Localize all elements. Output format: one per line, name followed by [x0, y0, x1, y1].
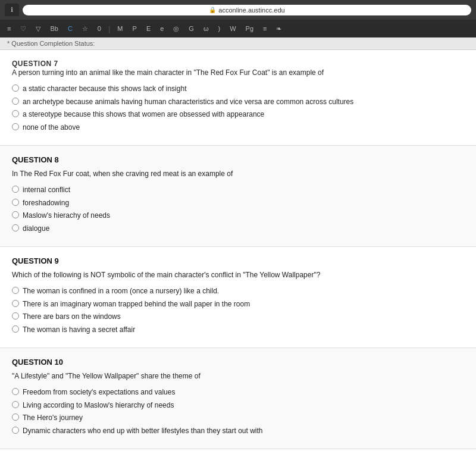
toolbar-w[interactable]: W	[227, 24, 238, 33]
q8-option-1[interactable]: internal conflict	[12, 185, 464, 195]
q8-option-2[interactable]: foreshadowing	[12, 198, 464, 208]
toolbar-e2[interactable]: e	[158, 24, 166, 33]
toolbar-pg[interactable]: Pg	[243, 24, 256, 33]
q10-radio-4[interactable]	[12, 427, 19, 434]
q8-header: QUESTION 8	[12, 155, 464, 164]
toolbar-circle[interactable]: ◎	[171, 24, 181, 34]
toolbar-zero[interactable]: 0	[95, 24, 104, 33]
q10-option-3[interactable]: The Hero's journey	[12, 413, 464, 423]
q9-label-3: There are bars on the windows	[23, 312, 121, 322]
toolbar-g[interactable]: G	[186, 24, 196, 33]
q10-radio-3[interactable]	[12, 414, 19, 421]
browser-chrome: ℹ 🔒 acconline.austincc.edu	[0, 0, 476, 20]
q7-option-3[interactable]: a stereotype because this shows that wom…	[12, 109, 464, 120]
page-content: * Question Completion Status: QUESTION 7…	[0, 37, 476, 476]
q8-radio-2[interactable]	[12, 199, 19, 206]
tab-icon: ℹ	[11, 6, 13, 13]
q10-option-4[interactable]: Dynamic characters who end up with bette…	[12, 426, 464, 436]
q8-radio-3[interactable]	[12, 211, 19, 218]
q7-radio-4[interactable]	[12, 123, 19, 130]
q8-option-4[interactable]: dialogue	[12, 224, 464, 234]
q9-text: Which of the following is NOT symbolic o…	[12, 270, 464, 280]
q10-label-2: Living according to Maslow's hierarchy o…	[23, 400, 174, 411]
status-bar: * Question Completion Status:	[0, 37, 476, 50]
lock-icon: 🔒	[209, 7, 216, 13]
toolbar-sep1: |	[108, 24, 110, 33]
toolbar-m[interactable]: M	[115, 24, 125, 33]
q9-radio-3[interactable]	[12, 312, 19, 320]
q8-radio-1[interactable]	[12, 186, 19, 193]
browser-tab[interactable]: ℹ	[5, 4, 19, 16]
q10-label-1: Freedom from society's expectations and …	[23, 387, 175, 397]
q10-label-4: Dynamic characters who end up with bette…	[23, 426, 263, 436]
q8-radio-4[interactable]	[12, 224, 19, 231]
q9-option-3[interactable]: There are bars on the windows	[12, 312, 464, 322]
toolbar-menu[interactable]: ≡	[5, 24, 13, 33]
q9-label-1: The woman is confined in a room (once a …	[23, 286, 219, 296]
q9-radio-2[interactable]	[12, 300, 19, 307]
question-7-block: QUESTION 7 A person turning into an anim…	[0, 50, 476, 146]
toolbar-paren[interactable]: )	[216, 24, 223, 33]
q7-label-3: a stereotype because this shows that wom…	[23, 109, 264, 120]
q9-option-2[interactable]: There is an imaginary woman trapped behi…	[12, 299, 464, 309]
q8-label-3: Maslow's hierachy of needs	[23, 211, 110, 221]
toolbar-p[interactable]: P	[130, 24, 139, 33]
q9-label-2: There is an imaginary woman trapped behi…	[23, 299, 250, 309]
q7-option-1[interactable]: a static character because this shows la…	[12, 84, 464, 94]
toolbar-e[interactable]: E	[144, 24, 153, 33]
q9-radio-4[interactable]	[12, 325, 19, 333]
q9-label-4: The woman is having a secret affair	[23, 325, 135, 335]
question-9-block: QUESTION 9 Which of the following is NOT…	[0, 247, 476, 348]
q7-text: A person turning into an animal like the…	[12, 68, 464, 78]
q10-option-1[interactable]: Freedom from society's expectations and …	[12, 387, 464, 397]
q7-label-4: none of the above	[23, 123, 80, 133]
q10-text: "A Lifestyle" and "The Yellow Wallpaper"…	[12, 371, 464, 381]
q7-radio-3[interactable]	[12, 110, 19, 117]
q9-header: QUESTION 9	[12, 256, 464, 265]
q8-option-3[interactable]: Maslow's hierachy of needs	[12, 211, 464, 221]
q9-radio-1[interactable]	[12, 287, 19, 294]
address-bar[interactable]: 🔒 acconline.austincc.edu	[23, 5, 471, 15]
toolbar-star[interactable]: ☆	[80, 24, 90, 34]
toolbar-omega[interactable]: ω	[201, 24, 211, 33]
q7-label-1: a static character because this shows la…	[23, 84, 186, 94]
question-8-block: QUESTION 8 In The Red Fox Fur coat, when…	[0, 146, 476, 247]
q7-radio-1[interactable]	[12, 84, 19, 92]
url-text: acconline.austincc.edu	[218, 7, 284, 14]
q7-header: QUESTION 7	[12, 60, 464, 68]
toolbar-heart[interactable]: ♡	[18, 24, 29, 34]
browser-toolbar: ≡ ♡ ▽ Bb C ☆ 0 | M P E e ◎ G ω ) W Pg ≡ …	[0, 20, 476, 37]
q7-option-2[interactable]: an archetype because animals having huma…	[12, 97, 464, 107]
q7-radio-2[interactable]	[12, 98, 19, 105]
q10-header: QUESTION 10	[12, 358, 464, 367]
question-10-block: QUESTION 10 "A Lifestyle" and "The Yello…	[0, 348, 476, 449]
q10-radio-2[interactable]	[12, 401, 19, 408]
q7-option-4[interactable]: none of the above	[12, 123, 464, 133]
toolbar-shield[interactable]: ▽	[33, 24, 43, 34]
q7-label-2: an archetype because animals having huma…	[23, 97, 353, 107]
quiz-scroll[interactable]: QUESTION 7 A person turning into an anim…	[0, 50, 476, 476]
q8-label-1: internal conflict	[23, 185, 70, 195]
toolbar-c[interactable]: C	[65, 24, 75, 33]
q8-text: In The Red Fox Fur coat, when she cravin…	[12, 169, 464, 179]
q10-option-2[interactable]: Living according to Maslow's hierarchy o…	[12, 400, 464, 411]
toolbar-leaf[interactable]: ❧	[274, 24, 284, 34]
toolbar-lines[interactable]: ≡	[261, 24, 269, 33]
q10-radio-1[interactable]	[12, 388, 19, 395]
q10-label-3: The Hero's journey	[23, 413, 83, 423]
toolbar-bb[interactable]: Bb	[48, 24, 60, 33]
status-bar-label: * Question Completion Status:	[7, 40, 95, 47]
q9-option-1[interactable]: The woman is confined in a room (once a …	[12, 286, 464, 296]
q9-option-4[interactable]: The woman is having a secret affair	[12, 325, 464, 335]
q8-label-2: foreshadowing	[23, 198, 69, 208]
q8-label-4: dialogue	[23, 224, 49, 234]
